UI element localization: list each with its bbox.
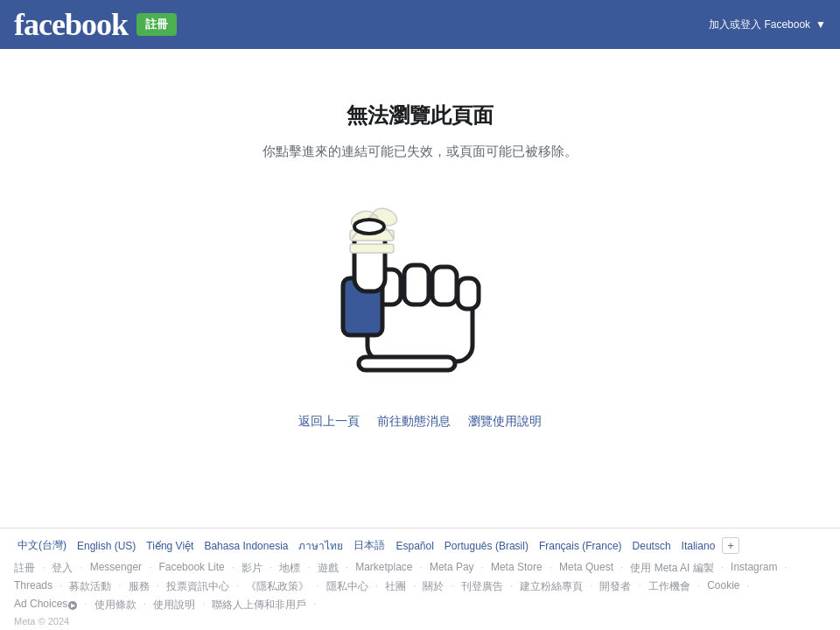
header: facebook 註冊 加入或登入 Facebook ▼ bbox=[0, 0, 840, 49]
svg-rect-2 bbox=[404, 265, 429, 304]
action-links: 返回上一頁 前往動態消息 瀏覽使用說明 bbox=[298, 414, 542, 430]
facebook-logo: facebook bbox=[14, 9, 128, 40]
login-label: 加入或登入 Facebook bbox=[709, 18, 810, 32]
main-content: 無法瀏覽此頁面 你點擊進來的連結可能已失效，或頁面可能已被移除。 bbox=[0, 49, 840, 482]
svg-point-12 bbox=[354, 220, 384, 234]
svg-rect-13 bbox=[359, 357, 455, 370]
error-title: 無法瀏覽此頁面 bbox=[346, 102, 494, 130]
header-left: facebook 註冊 bbox=[14, 9, 177, 40]
help-link[interactable]: 瀏覽使用說明 bbox=[468, 414, 542, 430]
dropdown-icon: ▼ bbox=[816, 18, 826, 31]
news-feed-link[interactable]: 前往動態消息 bbox=[377, 414, 451, 430]
back-link[interactable]: 返回上一頁 bbox=[298, 414, 360, 430]
error-subtitle: 你點擊進來的連結可能已失效，或頁面可能已被移除。 bbox=[262, 144, 578, 160]
broken-thumb-illustration bbox=[324, 186, 516, 379]
svg-rect-4 bbox=[458, 278, 479, 309]
svg-rect-8 bbox=[350, 244, 394, 253]
login-button[interactable]: 加入或登入 Facebook ▼ bbox=[709, 18, 826, 32]
svg-rect-3 bbox=[432, 267, 457, 304]
register-button[interactable]: 註冊 bbox=[136, 13, 177, 36]
